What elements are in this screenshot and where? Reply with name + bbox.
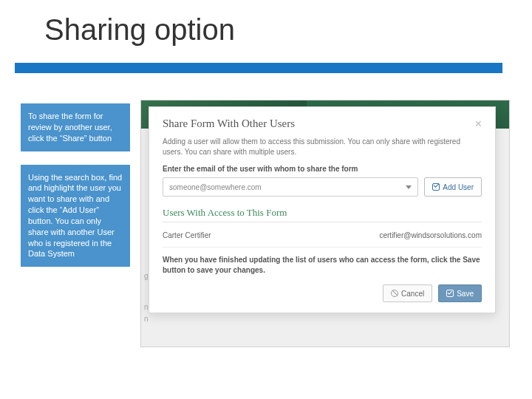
- modal-description: Adding a user will allow them to access …: [163, 137, 482, 157]
- title-underline: [15, 63, 502, 73]
- slide-title: Sharing option: [44, 13, 235, 47]
- close-icon[interactable]: ×: [475, 117, 482, 131]
- save-instruction: When you have finished updating the list…: [163, 255, 482, 276]
- cancel-button[interactable]: Cancel: [383, 284, 432, 302]
- email-placeholder-text: someone@somewhere.com: [169, 183, 262, 191]
- cancel-label: Cancel: [401, 290, 424, 298]
- user-access-row: Carter Certifier certifier@windsorsoluti…: [163, 228, 482, 248]
- email-field-label: Enter the email of the user with whom to…: [163, 165, 482, 173]
- check-square-icon: [432, 183, 440, 191]
- user-email: certifier@windsorsolutions.com: [379, 231, 482, 239]
- modal-title: Share Form With Other Users: [163, 117, 295, 130]
- share-modal: Share Form With Other Users × Adding a u…: [149, 106, 496, 313]
- user-name: Carter Certifier: [163, 231, 211, 239]
- save-button[interactable]: Save: [438, 284, 482, 302]
- access-section-title: Users With Access to This Form: [163, 207, 482, 222]
- email-combobox[interactable]: someone@somewhere.com: [163, 177, 418, 197]
- save-icon: [446, 290, 454, 297]
- add-user-button[interactable]: Add User: [424, 177, 482, 197]
- add-user-label: Add User: [443, 183, 474, 191]
- instruction-card-1: To share the form for review by another …: [21, 103, 130, 151]
- instruction-card-2: Using the search box, find and highlight…: [21, 165, 130, 267]
- chevron-down-icon: [406, 185, 412, 189]
- save-label: Save: [457, 290, 474, 298]
- instruction-column: To share the form for review by another …: [21, 103, 130, 267]
- cancel-icon: [391, 290, 398, 297]
- app-screenshot: g n n Share Form With Other Users × Addi…: [140, 100, 510, 347]
